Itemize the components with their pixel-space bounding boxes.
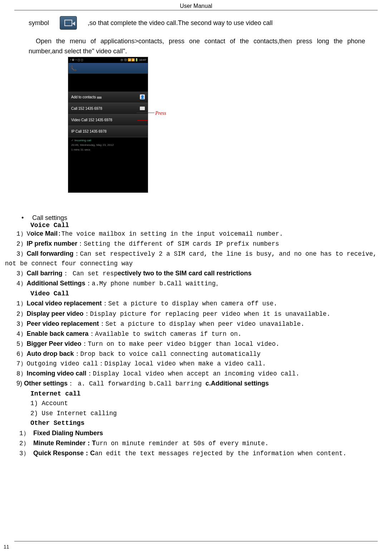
other-item-1: 1） Fixed Dialing Numbers	[19, 428, 378, 438]
phone-screenshot: ↑ ✿ ↑ ◻ ◻ ◎ ⓔ 📶📶🔋 10:47 📞 Add to contact…	[68, 57, 148, 193]
status-left: ↑ ✿ ↑ ◻ ◻	[70, 58, 83, 62]
call-item[interactable]: Call 152 1435 6978	[68, 103, 148, 114]
page-header: User Manual	[14, 0, 378, 10]
video-call-icon	[60, 16, 77, 30]
recent-call-duration: 1 mins 31 secs	[68, 148, 148, 153]
video-item-5: 5）Bigger Peer video：Turn on to make peer…	[16, 339, 378, 349]
video-call-heading: Video Call	[30, 289, 378, 299]
internet-call-heading: Internet call	[30, 389, 378, 399]
video-call-label: Video Call 152 1435 6978	[71, 118, 112, 122]
status-bar: ↑ ✿ ↑ ◻ ◻ ◎ ⓔ 📶📶🔋 10:47	[68, 57, 148, 63]
voice-call-heading: Voice Call	[30, 222, 378, 229]
other-item-3: 3） Quick Response：Can edit the text mess…	[19, 448, 378, 458]
page-content: symbol ,so that complete the video call.…	[0, 10, 392, 458]
video-item-2: 2）Display peer video：Display picture for…	[16, 309, 378, 319]
video-item-9: 9) Other settings： a. Call forwarding b.…	[16, 379, 378, 389]
status-right: ◎ ⓔ 📶📶🔋 10:47	[121, 58, 146, 62]
video-item-4: 4）Enable back camera：Available to switch…	[16, 329, 378, 339]
symbol-text: symbol	[29, 19, 49, 27]
instruction-para: Open the menu of applications>contacts, …	[29, 36, 378, 46]
ip-call-label: IP Call 152 1435 6978	[71, 129, 107, 133]
phone-top-bar: 📞	[68, 63, 148, 74]
call-settings-label: Call settings	[32, 214, 67, 222]
recent-call-label: ✓ Incoming call	[68, 137, 148, 143]
voice-item-4: 4）Additional Settings：a.My phone number …	[16, 279, 378, 289]
video-item-1: 1）Local video replacement：Set a picture …	[16, 299, 378, 309]
page-number: 11	[4, 544, 9, 550]
press-annotation: Press	[155, 110, 166, 116]
symbol-line: symbol ,so that complete the video call.…	[29, 16, 378, 30]
video-item-6: 6）Auto drop back：Drop back to voice call…	[16, 349, 378, 359]
other-item-2: 2） Minute Reminder：Turn on minute remind…	[19, 438, 378, 448]
ip-call-item[interactable]: IP Call 152 1435 6978	[68, 126, 148, 137]
call-settings-bullet: • Call settings	[21, 214, 378, 222]
add-to-contacts-item[interactable]: Add to contacts 👤	[68, 92, 148, 103]
add-contacts-label: Add to contacts	[71, 95, 102, 99]
video-call-item[interactable]: Video Call 152 1435 6978	[68, 114, 148, 126]
instruction-para-2: number,and select the" video call".	[29, 46, 378, 56]
call-settings-section: • Call settings Voice Call 1）Voice Mail:…	[14, 214, 378, 458]
press-line	[137, 113, 155, 113]
voice-item-3-cont: not be connect four connecting way	[5, 259, 378, 269]
internet-item-2: 2) Use Internet calling	[30, 409, 378, 418]
voice-item-3: 3）Call forwarding：Can set respectively 2…	[16, 249, 378, 259]
video-item-8: 8）Incoming video call：Display local vide…	[16, 369, 378, 379]
message-icon	[140, 107, 145, 110]
other-settings-heading: Other Settings	[30, 418, 378, 428]
phone-spacer	[68, 74, 148, 92]
call-label: Call 152 1435 6978	[71, 107, 102, 110]
symbol-text-after: ,so that complete the video call.The sec…	[88, 19, 273, 27]
voice-item-2: 2）IP prefix number：Setting the different…	[16, 239, 378, 249]
phone-screenshot-container: ↑ ✿ ↑ ◻ ◻ ◎ ⓔ 📶📶🔋 10:47 📞 Add to contact…	[68, 57, 378, 193]
internet-item-1: 1) Account	[30, 399, 378, 408]
bullet-dot-icon: •	[21, 214, 32, 222]
phone-call-icon: 📞	[70, 65, 76, 71]
recent-call-time: 20:49, Wednesday, May 23, 2012	[68, 143, 148, 148]
video-item-7: 7）Outgoing video call：Display local vide…	[16, 359, 378, 369]
voice-item-1: 1）Voice Mail:The voice mailbox in settin…	[16, 229, 378, 239]
voice-item-3b: 3）Call barring： Can set respectively two…	[16, 269, 378, 279]
add-contact-icon: 👤	[140, 94, 145, 99]
video-item-3: 3）Peer video replacement：Set a picture t…	[16, 319, 378, 329]
footer-divider	[14, 541, 378, 541]
